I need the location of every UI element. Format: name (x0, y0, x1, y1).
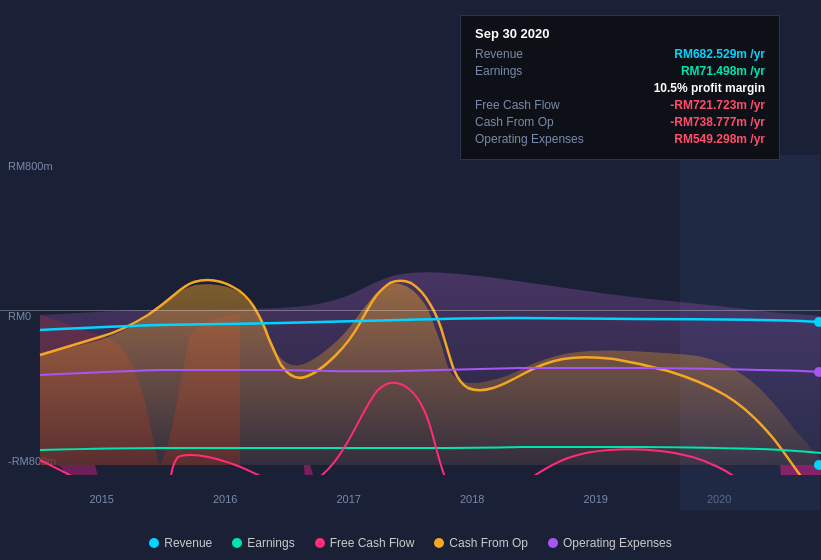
tooltip-value-free-cash-flow: -RM721.723m /yr (670, 98, 765, 112)
tooltip-value-revenue: RM682.529m /yr (674, 47, 765, 61)
tooltip-row-operating-expenses: Operating Expenses RM549.298m /yr (475, 132, 765, 146)
x-label-2015: 2015 (90, 493, 114, 505)
tooltip-label-cash-from-op: Cash From Op (475, 115, 595, 129)
tooltip-label-revenue: Revenue (475, 47, 595, 61)
legend-dot-operating-expenses (548, 538, 558, 548)
tooltip-box: Sep 30 2020 Revenue RM682.529m /yr Earni… (460, 15, 780, 160)
chart-container: Sep 30 2020 Revenue RM682.529m /yr Earni… (0, 0, 821, 560)
legend-item-earnings[interactable]: Earnings (232, 536, 294, 550)
tooltip-row-earnings: Earnings RM71.498m /yr (475, 64, 765, 78)
legend-item-cash-from-op[interactable]: Cash From Op (434, 536, 528, 550)
tooltip-date: Sep 30 2020 (475, 26, 765, 41)
tooltip-value-cash-from-op: -RM738.777m /yr (670, 115, 765, 129)
zero-line (0, 310, 821, 311)
chart-svg (0, 155, 821, 475)
x-label-2018: 2018 (460, 493, 484, 505)
legend-label-revenue: Revenue (164, 536, 212, 550)
tooltip-label-operating-expenses: Operating Expenses (475, 132, 595, 146)
tooltip-row-profit-margin: 10.5% profit margin (475, 81, 765, 95)
tooltip-value-profit-margin: 10.5% profit margin (654, 81, 765, 95)
legend-dot-cash-from-op (434, 538, 444, 548)
legend-dot-earnings (232, 538, 242, 548)
x-label-2016: 2016 (213, 493, 237, 505)
legend-label-earnings: Earnings (247, 536, 294, 550)
tooltip-value-earnings: RM71.498m /yr (681, 64, 765, 78)
legend-item-revenue[interactable]: Revenue (149, 536, 212, 550)
tooltip-row-revenue: Revenue RM682.529m /yr (475, 47, 765, 61)
legend: Revenue Earnings Free Cash Flow Cash Fro… (0, 536, 821, 550)
tooltip-row-cash-from-op: Cash From Op -RM738.777m /yr (475, 115, 765, 129)
legend-item-operating-expenses[interactable]: Operating Expenses (548, 536, 672, 550)
legend-item-free-cash-flow[interactable]: Free Cash Flow (315, 536, 415, 550)
x-label-2017: 2017 (337, 493, 361, 505)
legend-label-cash-from-op: Cash From Op (449, 536, 528, 550)
legend-dot-free-cash-flow (315, 538, 325, 548)
tooltip-row-free-cash-flow: Free Cash Flow -RM721.723m /yr (475, 98, 765, 112)
legend-label-operating-expenses: Operating Expenses (563, 536, 672, 550)
tooltip-label-free-cash-flow: Free Cash Flow (475, 98, 595, 112)
tooltip-label-earnings: Earnings (475, 64, 595, 78)
legend-dot-revenue (149, 538, 159, 548)
legend-label-free-cash-flow: Free Cash Flow (330, 536, 415, 550)
x-label-2019: 2019 (584, 493, 608, 505)
tooltip-value-operating-expenses: RM549.298m /yr (674, 132, 765, 146)
